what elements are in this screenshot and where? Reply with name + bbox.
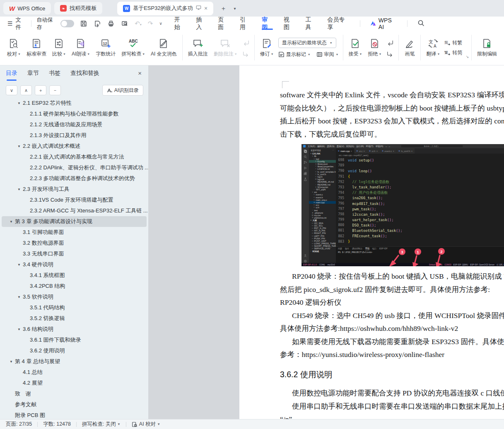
toc-item[interactable]: 3.5.2 切换逻辑 bbox=[2, 313, 147, 324]
translate-button[interactable]: 文A 翻译▼ bbox=[423, 36, 443, 60]
search-icon[interactable] bbox=[417, 19, 424, 28]
toc-item[interactable]: 2.2.1 嵌入式调试的基本概念与常见方法 bbox=[2, 152, 147, 162]
sidebar-tab[interactable]: 书签 bbox=[49, 70, 60, 81]
ribbon-tab[interactable]: 页面 bbox=[212, 17, 234, 30]
print-button[interactable] bbox=[107, 20, 115, 27]
tab-docer-templates[interactable]: ❧ 找稻壳模板 bbox=[54, 2, 102, 14]
word-count-button[interactable]: 12 字数统计 bbox=[93, 36, 118, 60]
toc-collapse-arrow-icon[interactable]: ▼ bbox=[17, 145, 21, 148]
previous-comment-button[interactable] bbox=[241, 38, 251, 47]
delete-comment-button[interactable]: 删除批注▼ bbox=[211, 36, 240, 60]
previous-change-button[interactable] bbox=[385, 38, 395, 47]
toc-item[interactable]: 附录 PCB 图 bbox=[2, 410, 147, 419]
toc-item[interactable]: 致 谢 bbox=[2, 388, 147, 399]
toc-item[interactable]: ▼ 3.6 结构说明 bbox=[2, 324, 147, 335]
toc-item[interactable]: ▼ 3.4 硬件说明 bbox=[2, 259, 147, 270]
toc-item[interactable]: 4.1 总结 bbox=[2, 367, 147, 378]
toc-item[interactable]: ▼ 2.2 嵌入式调试技术概述 bbox=[2, 141, 147, 152]
toc-item[interactable]: ▼ 第 3 章 多功能调试器设计与实现 bbox=[2, 216, 147, 227]
toc-item[interactable]: 3.4.1 系统框图 bbox=[2, 270, 147, 281]
toc-item[interactable]: 3.5.1 代码结构 bbox=[2, 302, 147, 313]
toc-item[interactable]: 2.2.3 多功能调试器整合多种调试技术的优势 bbox=[2, 173, 147, 184]
toc-expand-all-button[interactable]: ∨ bbox=[6, 85, 17, 95]
ai-recognize-toc-button[interactable]: AI识别目录 bbox=[102, 85, 143, 96]
sidebar-tab[interactable]: 章节 bbox=[27, 70, 39, 81]
ribbon-tab[interactable]: 审阅 bbox=[256, 17, 278, 30]
ribbon-tab[interactable]: 会员专享 bbox=[322, 17, 355, 30]
toc-collapse-arrow-icon[interactable]: ▼ bbox=[17, 328, 21, 331]
word-count-indicator[interactable]: 字数: 12478 bbox=[43, 421, 71, 428]
ai-read-aloud-button[interactable]: AI朗读▼ bbox=[69, 36, 93, 60]
toc-item[interactable]: 3.2 数控电源界面 bbox=[2, 238, 147, 248]
file-menu[interactable]: ☰ 文件 bbox=[7, 16, 26, 31]
reject-change-button[interactable]: 拒绝▼ bbox=[365, 36, 384, 60]
ribbon-tab[interactable]: 引用 bbox=[234, 17, 256, 30]
tab-wps-home[interactable]: W WPS Office bbox=[3, 2, 51, 14]
to-simplified-button[interactable]: 繁 转简 bbox=[444, 49, 462, 56]
toc-item[interactable]: 2.1.2 无线通信功能及应用场景 bbox=[2, 119, 147, 130]
show-markup-button[interactable]: 显示标记 ▼ bbox=[278, 51, 311, 58]
toc-collapse-arrow-icon[interactable]: ▼ bbox=[9, 220, 13, 224]
toc-item[interactable]: 3.4.2PCB 结构 bbox=[2, 281, 147, 292]
toc-item[interactable]: 3.1 引脚功能界面 bbox=[2, 227, 147, 238]
sidebar-tab[interactable]: 查找和替换 bbox=[70, 70, 99, 81]
spellcheck-status[interactable]: 拼写检查: 关闭▼ bbox=[82, 421, 121, 428]
toc-item[interactable]: ▼ 3.5 软件说明 bbox=[2, 292, 147, 302]
proofread-button[interactable]: 校对▼ bbox=[4, 36, 24, 60]
ink-pen-button[interactable]: 画笔 bbox=[401, 36, 418, 60]
toc-item[interactable]: 2.1.3 外设接口及其作用 bbox=[2, 130, 147, 141]
group-expand-icon[interactable]: ↘ bbox=[466, 55, 469, 59]
redo-button[interactable]: ↷ bbox=[148, 20, 153, 27]
ribbon-tab[interactable]: 视图 bbox=[278, 17, 300, 30]
next-change-button[interactable] bbox=[385, 49, 395, 58]
document-page[interactable]: software 文件夹中的 Exlink 文件，vscode 会自动安装 ES… bbox=[239, 65, 504, 419]
autosave-toggle[interactable] bbox=[60, 20, 74, 27]
spell-check-button[interactable]: ABC 拼写检查▼ bbox=[118, 36, 148, 60]
sidebar-tab[interactable]: 目录 bbox=[6, 70, 17, 81]
compare-button[interactable]: 比较▼ bbox=[49, 36, 69, 60]
toc-collapse-arrow-icon[interactable]: ▼ bbox=[17, 188, 21, 191]
toolbar-collapse-chevron-icon[interactable]: ∨ bbox=[159, 21, 162, 26]
toc-item[interactable]: 2.1.1 硬件架构与核心处理器性能参数 bbox=[2, 108, 147, 119]
toc-collapse-arrow-icon[interactable]: ▼ bbox=[17, 263, 21, 267]
sidebar-close-icon[interactable]: × bbox=[138, 70, 142, 77]
next-comment-button[interactable] bbox=[241, 49, 251, 58]
export-pdf-button[interactable] bbox=[94, 20, 101, 27]
to-traditional-button[interactable]: 简 转繁 bbox=[444, 39, 462, 46]
tab-close-icon[interactable]: × bbox=[204, 5, 207, 12]
save-button[interactable] bbox=[80, 20, 87, 27]
toc-item[interactable]: 3.3 无线串口界面 bbox=[2, 248, 147, 259]
undo-button[interactable]: ↶▾ bbox=[135, 20, 142, 27]
new-tab-button[interactable]: ＋ bbox=[218, 3, 228, 13]
markup-state-dropdown[interactable]: 显示标记的最终状态 ▼ bbox=[278, 38, 336, 48]
ribbon-tab[interactable]: 开始 bbox=[169, 17, 191, 30]
toc-item[interactable]: 2.2.2 DAPlink、逻辑分析仪、串口助手等调试功 ... bbox=[2, 162, 147, 173]
toc-item[interactable]: ▼ 2.1 ESP32 芯片特性 bbox=[2, 98, 147, 108]
toc-item[interactable]: 2.3.2 ARM-GCC 与 Xtensa-ESP32-ELF 工具链 ... bbox=[2, 205, 147, 216]
wps-ai-button[interactable]: WPS AI bbox=[370, 17, 397, 30]
embedded-screenshot-image[interactable]: 文件(F)编辑(E)选择(S)查看(V)转到(G)运行(R)终端(T)帮助(H)… bbox=[301, 144, 504, 266]
toc-item[interactable]: 2.3.1VS Code 开发环境搭建与配置 bbox=[2, 195, 147, 205]
toc-collapse-all-button[interactable]: ∧ bbox=[20, 85, 32, 95]
review-pane-button[interactable]: 审阅 ▼ bbox=[316, 51, 339, 58]
ribbon-tab[interactable]: 插入 bbox=[191, 17, 213, 30]
accept-change-button[interactable]: 接受▼ bbox=[346, 36, 365, 60]
toc-item[interactable]: 3.6.2 使用说明 bbox=[2, 345, 147, 356]
toc-collapse-arrow-icon[interactable]: ▼ bbox=[17, 101, 21, 105]
insert-comment-button[interactable]: 插入批注 bbox=[185, 36, 211, 60]
ribbon-tab[interactable]: 工具 bbox=[300, 17, 322, 30]
toc-item[interactable]: ▼ 第 4 章 总结与展望 bbox=[2, 356, 147, 367]
restrict-editing-button[interactable]: 限制编辑 bbox=[474, 36, 500, 60]
toc-item[interactable]: ▼ 2.3 开发环境与工具 bbox=[2, 184, 147, 195]
ai-proofread-button[interactable]: AI 校对▼ bbox=[132, 421, 160, 428]
standard-review-button[interactable]: 标准审查 bbox=[24, 36, 49, 60]
toc-zoom-in-button[interactable]: ＋ bbox=[35, 85, 46, 95]
track-changes-button[interactable]: 修订▼ bbox=[257, 36, 277, 60]
toc-item[interactable]: 参考文献 bbox=[2, 399, 147, 410]
toc-item[interactable]: 4.2 展望 bbox=[2, 378, 147, 388]
toc-collapse-arrow-icon[interactable]: ▼ bbox=[9, 360, 13, 364]
page-indicator[interactable]: 页面: 27/35 bbox=[6, 421, 32, 428]
tab-document-active[interactable]: W 基于ESP32的嵌入式多功能调 × bbox=[117, 2, 213, 15]
tab-list-chevron-icon[interactable]: ▾ bbox=[230, 3, 240, 13]
ai-polish-button[interactable]: AI 全文润色 bbox=[148, 36, 180, 60]
